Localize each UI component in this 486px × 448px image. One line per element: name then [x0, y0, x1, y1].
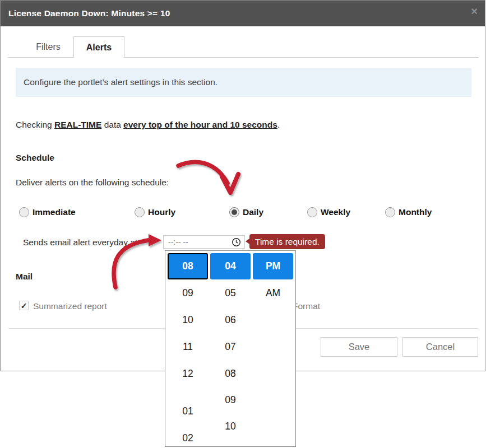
radio-hourly-label: Hourly	[148, 207, 175, 217]
time-field-label: Sends email alert everyday at	[23, 237, 137, 248]
info-banner: Configure the portlet’s alert settings i…	[16, 68, 471, 97]
tab-filters[interactable]: Filters	[23, 36, 73, 58]
time-picker-meridiem-column: PM AM	[253, 253, 293, 306]
mail-heading: Mail	[16, 272, 33, 282]
radio-monthly-circle[interactable]	[385, 207, 395, 217]
format-label: Format	[293, 301, 320, 311]
time-picker-hours-column: 08 09 10 11 12 01 02	[168, 253, 208, 448]
radio-hourly[interactable]: Hourly	[135, 207, 175, 217]
radio-weekly-circle[interactable]	[307, 207, 317, 217]
minute-option[interactable]: 10	[210, 413, 251, 440]
realtime-emphasis: REAL-TIME	[54, 120, 101, 129]
info-banner-text: Configure the portlet’s alert settings i…	[24, 77, 217, 87]
minute-option-selected[interactable]: 04	[210, 253, 251, 279]
checkmark-icon: ✓	[21, 301, 27, 310]
checking-prefix: Checking	[16, 120, 54, 129]
meridiem-option[interactable]: AM	[253, 279, 293, 306]
meridiem-option-selected[interactable]: PM	[253, 253, 293, 279]
radio-immediate-circle[interactable]	[19, 207, 29, 217]
radio-immediate[interactable]: Immediate	[19, 207, 76, 217]
time-picker-minutes-column: 04 05 06 07 08 09 10	[210, 253, 251, 440]
save-button[interactable]: Save	[321, 337, 397, 357]
minute-option[interactable]: 05	[210, 279, 251, 306]
frequency-emphasis: every top of the hour and 10 seconds	[123, 120, 277, 129]
dialog-titlebar: License Daemon Down: Minutes >= 10 ×	[1, 1, 485, 26]
minute-option[interactable]: 09	[210, 387, 251, 413]
minute-option[interactable]: 06	[210, 306, 251, 333]
radio-daily-circle[interactable]	[229, 207, 239, 217]
radio-weekly-label: Weekly	[321, 207, 350, 217]
radio-monthly[interactable]: Monthly	[385, 207, 432, 217]
hour-option-selected[interactable]: 08	[168, 253, 208, 279]
checking-frequency-line: Checking REAL-TIME data every top of the…	[16, 120, 280, 130]
hour-option[interactable]: 02	[168, 424, 208, 448]
checking-middle: data	[101, 120, 123, 129]
checking-suffix: .	[277, 120, 280, 129]
radio-hourly-circle[interactable]	[135, 207, 145, 217]
summarized-report-label: Summarized report	[33, 301, 107, 311]
time-input-wrap	[163, 235, 245, 249]
hour-option[interactable]: 12	[168, 360, 208, 387]
screen: License Daemon Down: Minutes >= 10 × Fil…	[0, 0, 486, 448]
schedule-subtitle: Deliver alerts on the following schedule…	[16, 178, 169, 188]
dialog-title: License Daemon Down: Minutes >= 10	[1, 8, 170, 18]
time-required-error: Time is required.	[249, 234, 325, 249]
minute-option[interactable]: 08	[210, 360, 251, 387]
radio-daily-label: Daily	[243, 207, 263, 217]
hour-option[interactable]: 09	[168, 279, 208, 306]
hour-option[interactable]: 01	[168, 398, 208, 424]
cancel-button[interactable]: Cancel	[402, 337, 478, 357]
radio-monthly-label: Monthly	[399, 207, 432, 217]
schedule-heading: Schedule	[16, 153, 54, 163]
radio-weekly[interactable]: Weekly	[307, 207, 350, 217]
hour-option[interactable]: 10	[168, 306, 208, 333]
time-picker-dropdown: 08 09 10 11 12 01 02 04 05 06 07 08 09 1…	[165, 250, 296, 447]
radio-daily[interactable]: Daily	[229, 207, 263, 217]
radio-immediate-label: Immediate	[33, 207, 76, 217]
minute-option[interactable]: 07	[210, 333, 251, 360]
hour-option[interactable]: 11	[168, 333, 208, 360]
clock-icon[interactable]	[232, 237, 241, 247]
summarized-report-checkbox[interactable]: ✓	[19, 301, 29, 310]
tab-alerts[interactable]: Alerts	[73, 36, 124, 58]
close-icon[interactable]: ×	[471, 6, 478, 17]
